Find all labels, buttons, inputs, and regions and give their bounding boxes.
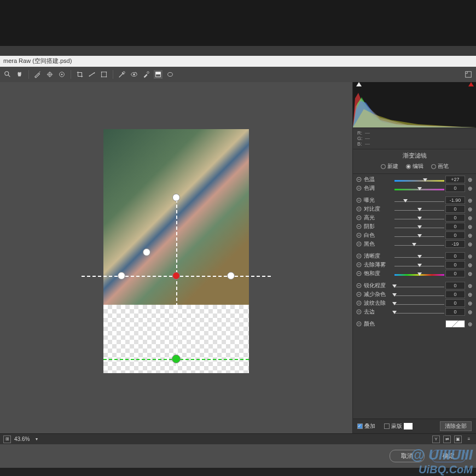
value-input[interactable]: 0: [445, 223, 465, 230]
slider-track[interactable]: [394, 197, 444, 204]
slider-track[interactable]: [394, 206, 444, 212]
slider-track[interactable]: [394, 309, 444, 315]
transform-icon[interactable]: [100, 70, 108, 79]
slider-track[interactable]: [394, 300, 444, 306]
adjustment-brush-icon[interactable]: [142, 70, 150, 79]
slider-track[interactable]: [394, 185, 444, 191]
value-input[interactable]: 0: [445, 308, 465, 316]
mask-checkbox[interactable]: 蒙版: [384, 422, 413, 430]
add-adjustment-icon[interactable]: ⊕: [466, 262, 474, 268]
gradient-handle-top[interactable]: [172, 194, 180, 201]
toggle-fullscreen-icon[interactable]: [464, 70, 473, 79]
color-swatch[interactable]: [445, 320, 465, 328]
value-input[interactable]: 0: [445, 252, 465, 260]
shadow-clip-icon[interactable]: [356, 82, 362, 86]
cancel-button[interactable]: 取消: [390, 450, 425, 462]
value-input[interactable]: 0: [445, 184, 465, 192]
toggle-visibility-icon[interactable]: [355, 224, 363, 229]
add-adjustment-icon[interactable]: ⊕: [466, 271, 474, 277]
spot-removal-icon[interactable]: [118, 70, 126, 79]
copy-settings-icon[interactable]: ▣: [454, 436, 462, 443]
hand-icon[interactable]: [15, 70, 24, 79]
value-input[interactable]: 0: [445, 299, 465, 307]
crop-icon[interactable]: [76, 70, 84, 79]
toggle-visibility-icon[interactable]: [355, 309, 363, 315]
radio-edit[interactable]: 编辑: [406, 162, 423, 170]
value-input[interactable]: 0: [445, 205, 465, 213]
red-eye-icon[interactable]: [130, 70, 138, 79]
add-adjustment-icon[interactable]: ⊕: [466, 241, 474, 247]
straighten-icon[interactable]: [88, 70, 96, 79]
slider-track[interactable]: [394, 223, 444, 230]
add-adjustment-icon[interactable]: ⊕: [466, 300, 474, 306]
swap-view-icon[interactable]: ⇄: [443, 436, 451, 443]
ok-button[interactable]: 确定: [431, 450, 466, 462]
toggle-visibility-icon[interactable]: [355, 292, 363, 297]
histogram[interactable]: [353, 82, 476, 128]
toggle-visibility-icon[interactable]: [355, 198, 363, 203]
toggle-visibility-icon[interactable]: [355, 253, 363, 259]
gradient-handle-left[interactable]: [118, 272, 125, 280]
value-input[interactable]: 0: [445, 291, 465, 298]
value-input[interactable]: -1.90: [445, 196, 465, 204]
toggle-visibility-icon[interactable]: [355, 185, 363, 191]
add-adjustment-icon[interactable]: ⊕: [466, 292, 474, 298]
add-adjustment-icon[interactable]: ⊕: [466, 185, 474, 191]
add-adjustment-icon[interactable]: ⊕: [466, 309, 474, 315]
add-adjustment-icon[interactable]: ⊕: [466, 253, 474, 259]
white-balance-icon[interactable]: [33, 70, 42, 79]
radio-brush[interactable]: 画笔: [431, 162, 449, 170]
toggle-visibility-icon[interactable]: [355, 241, 363, 247]
value-input[interactable]: 0: [445, 261, 465, 269]
add-adjustment-icon[interactable]: ⊕: [466, 321, 474, 327]
toggle-visibility-icon[interactable]: [355, 215, 363, 220]
gradient-handle-center[interactable]: [172, 272, 180, 280]
overlay-checkbox[interactable]: 叠加: [357, 422, 375, 430]
graduated-filter-icon[interactable]: [154, 70, 162, 79]
radio-new[interactable]: 新建: [381, 162, 398, 170]
mask-color-swatch[interactable]: [404, 423, 413, 429]
clear-all-button[interactable]: 清除全部: [440, 421, 472, 431]
slider-track[interactable]: [394, 270, 444, 277]
slider-track[interactable]: [394, 282, 444, 289]
value-input[interactable]: 0: [445, 214, 465, 222]
toggle-visibility-icon[interactable]: [355, 177, 363, 182]
toggle-visibility-icon[interactable]: [355, 321, 363, 327]
slider-track[interactable]: [394, 214, 444, 221]
targeted-adjust-icon[interactable]: [57, 70, 66, 79]
toggle-visibility-icon[interactable]: [355, 271, 363, 276]
slider-track[interactable]: [394, 291, 444, 298]
image-canvas[interactable]: [103, 129, 249, 373]
add-adjustment-icon[interactable]: ⊕: [466, 233, 474, 239]
toggle-visibility-icon[interactable]: [355, 262, 363, 268]
value-input[interactable]: 0: [445, 231, 465, 239]
slider-track[interactable]: [394, 176, 444, 183]
gradient-handle-bottom[interactable]: [172, 355, 181, 363]
add-adjustment-icon[interactable]: ⊕: [466, 224, 474, 230]
add-adjustment-icon[interactable]: ⊕: [466, 206, 474, 212]
zoom-icon[interactable]: [3, 70, 12, 79]
slider-track[interactable]: [394, 241, 444, 247]
toggle-visibility-icon[interactable]: [355, 233, 363, 238]
value-input[interactable]: 0: [445, 270, 465, 277]
value-input[interactable]: 0: [445, 282, 465, 289]
gradient-line-vertical[interactable]: [176, 194, 177, 367]
slider-track[interactable]: [394, 232, 444, 239]
add-adjustment-icon[interactable]: ⊕: [466, 198, 474, 204]
zoom-dropdown-icon[interactable]: ▾: [33, 436, 40, 443]
slider-track[interactable]: [394, 253, 444, 259]
gradient-handle-right[interactable]: [227, 272, 235, 280]
gradient-pin[interactable]: [143, 248, 150, 256]
value-input[interactable]: -19: [445, 240, 465, 248]
settings-menu-icon[interactable]: ≡: [465, 436, 473, 443]
toggle-visibility-icon[interactable]: [355, 283, 363, 288]
toggle-visibility-icon[interactable]: [355, 206, 363, 212]
add-adjustment-icon[interactable]: ⊕: [466, 283, 474, 289]
color-sampler-icon[interactable]: [45, 70, 54, 79]
value-input[interactable]: +27: [445, 176, 465, 183]
slider-track[interactable]: [394, 262, 444, 268]
add-adjustment-icon[interactable]: ⊕: [466, 215, 474, 221]
radial-filter-icon[interactable]: [166, 70, 175, 79]
fit-view-icon[interactable]: ⊞: [3, 436, 11, 443]
before-after-icon[interactable]: Y: [432, 436, 440, 443]
